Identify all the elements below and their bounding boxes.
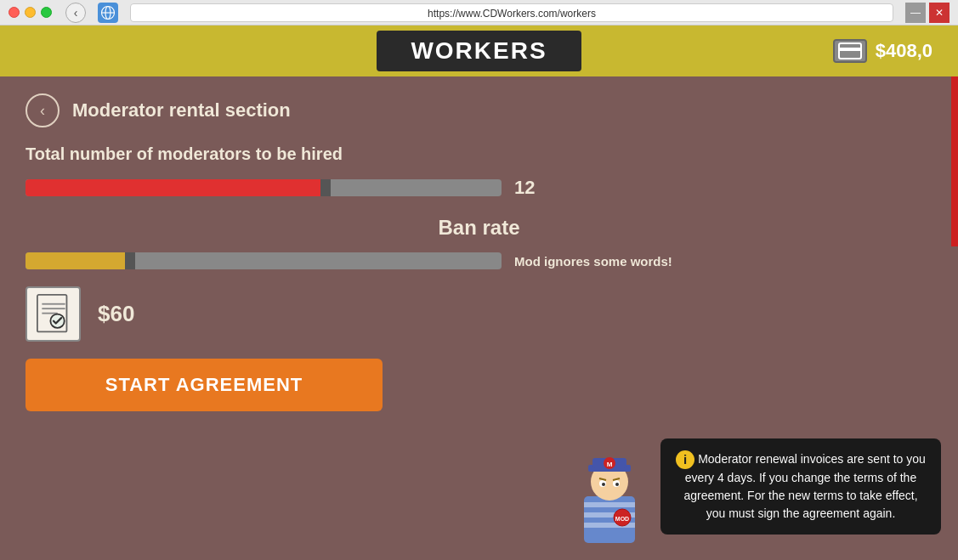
svg-text:MOD: MOD	[615, 516, 629, 522]
back-arrow-icon: ‹	[40, 102, 45, 120]
ban-rate-note: Mod ignores some words!	[514, 254, 701, 269]
section-title: Moderator rental section	[72, 99, 291, 122]
svg-rect-4	[839, 48, 861, 51]
card-icon	[833, 39, 867, 63]
total-moderators-label: Total number of moderators to be hired	[26, 144, 932, 164]
ban-rate-slider-track[interactable]	[26, 252, 502, 269]
svg-point-22	[615, 483, 619, 486]
globe-icon	[98, 3, 118, 23]
main-content: ‹ Moderator rental section Total number …	[0, 76, 958, 560]
ban-rate-slider-row: Mod ignores some words!	[26, 252, 932, 269]
moderator-count-value: 12	[514, 177, 548, 199]
ban-slider-handle[interactable]	[125, 252, 135, 269]
workers-title-box: WORKERS	[377, 31, 581, 71]
traffic-light-close[interactable]	[9, 7, 20, 18]
section-back-button[interactable]: ‹	[26, 93, 60, 127]
info-icon: i	[676, 450, 694, 469]
moderator-count-slider-track[interactable]	[26, 179, 502, 196]
traffic-light-minimize[interactable]	[25, 7, 36, 18]
cost-row: $60	[26, 286, 932, 342]
minimize-button[interactable]: —	[905, 3, 926, 23]
url-bar[interactable]: https://www.CDWorkers.com/workers	[130, 3, 893, 22]
cost-amount: $60	[98, 301, 134, 327]
window-chrome: ‹ https://www.CDWorkers.com/workers — ✕	[0, 0, 958, 25]
browser-back-button[interactable]: ‹	[65, 3, 86, 23]
svg-text:M: M	[607, 461, 613, 468]
ban-slider-fill	[26, 252, 130, 269]
tooltip-text: Moderator renewal invoices are sent to y…	[683, 452, 925, 520]
close-button[interactable]: ✕	[929, 3, 949, 23]
ban-rate-label: Ban rate	[26, 216, 932, 240]
balance-area: $408,0	[581, 39, 932, 63]
workers-title: WORKERS	[411, 37, 547, 64]
moderator-slider-fill	[26, 179, 326, 196]
svg-point-21	[602, 483, 605, 486]
traffic-light-fullscreen[interactable]	[41, 7, 52, 18]
top-bar: WORKERS $408,0	[0, 25, 958, 76]
right-accent	[951, 76, 958, 246]
svg-rect-11	[584, 502, 635, 507]
moderator-count-slider-row: 12	[26, 177, 932, 199]
balance-text: $408,0	[876, 40, 932, 62]
tooltip-box: iModerator renewal invoices are sent to …	[660, 438, 941, 535]
invoice-icon	[26, 286, 81, 342]
window-controls: — ✕	[905, 3, 949, 23]
start-agreement-button[interactable]: START AGREEMENT	[26, 359, 383, 411]
section-header: ‹ Moderator rental section	[26, 93, 932, 127]
moderator-character: M MOD	[567, 441, 652, 560]
moderator-slider-handle[interactable]	[320, 179, 331, 196]
